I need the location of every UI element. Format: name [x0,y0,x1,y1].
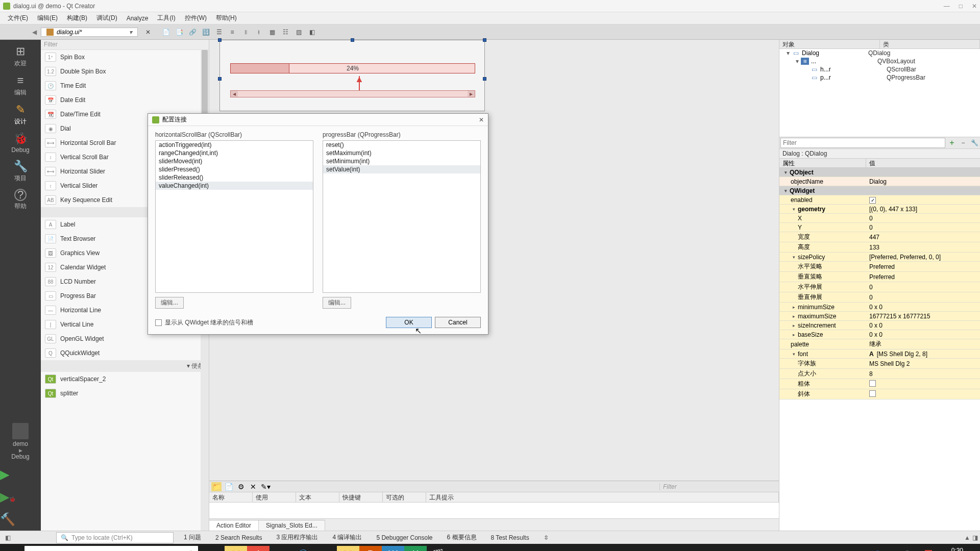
output-debugger[interactable]: 5 Debugger Console [369,534,439,541]
layout-form-icon[interactable]: ☷ [279,26,292,38]
property-row[interactable]: ▸maximumSize16777215 x 16777215 [779,312,980,321]
output-compile[interactable]: 4 编译输出 [325,533,369,542]
property-row[interactable]: 垂直策略Preferred [779,272,980,282]
signal-item[interactable]: valueChanged(int) [156,182,313,190]
menu-widgets[interactable]: 控件(W) [180,14,211,22]
edit-signals-icon[interactable]: 📑 [173,26,186,38]
output-general[interactable]: 6 概要信息 [440,533,484,542]
mode-welcome[interactable]: ⊞欢迎 [0,42,41,71]
edit-widgets-icon[interactable]: 📄 [159,26,173,38]
signal-item[interactable]: sliderMoved(int) [156,157,313,165]
sidebar-right-toggle-icon[interactable]: ◨ [972,534,978,541]
horizontal-scrollbar-widget[interactable]: ◀ ▶ [230,90,475,97]
open-document-selector[interactable]: dialog.ui* ▾ [41,28,138,37]
signal-item[interactable]: sliderReleased() [156,173,313,182]
layout-vert-splitter-icon[interactable]: ⫲ [252,26,265,38]
object-tree-row[interactable]: ▭h...rQScrollBar [779,65,980,73]
property-row[interactable]: 字体族MS Shell Dlg 2 [779,359,980,369]
property-group[interactable]: ▾QWidget [779,186,980,195]
maximize-button[interactable]: □ [959,3,963,10]
menu-build[interactable]: 构建(B) [62,14,92,22]
scroll-left-icon[interactable]: ◀ [231,91,238,97]
layout-horiz-splitter-icon[interactable]: ⫴ [239,26,252,38]
build-button[interactable]: 🔨 [0,508,41,531]
slot-item[interactable]: setMinimum(int) [323,157,480,165]
widget-splitter[interactable]: Qtsplitter [41,386,209,400]
debug-run-button[interactable]: ▶🐞 [0,486,41,508]
menu-tools[interactable]: 工具(I) [153,14,180,22]
property-editor[interactable]: ▾QObjectobjectNameDialog▾QWidgetenabled✓… [779,168,980,531]
prop-header-value[interactable]: 值 [866,159,980,167]
output-app[interactable]: 3 应用程序输出 [269,533,325,542]
property-row[interactable]: 水平伸展0 [779,282,980,292]
widget-double-spin-box[interactable]: 1.2Double Spin Box [41,64,209,79]
menu-help[interactable]: 帮助(H) [211,14,241,22]
adjust-size-icon[interactable]: ◧ [305,26,318,38]
property-row[interactable]: ▸minimumSize0 x 0 [779,303,980,312]
action-icon-3[interactable]: ⚙ [236,482,246,491]
powerpoint-icon[interactable]: P [359,546,382,551]
project-selector[interactable]: demo ▶ Debug [0,420,41,463]
property-row[interactable]: ▾fontA[MS Shell Dlg 2, 8] [779,349,980,359]
object-inspector[interactable]: ▾▭DialogQDialog▾⊞...QVBoxLayout▭h...rQSc… [779,49,980,137]
excel-icon[interactable]: X [404,546,427,551]
nav-back-icon[interactable]: ◀ [0,29,41,36]
layout-vert-icon[interactable]: ≡ [226,26,239,38]
word-icon[interactable]: W [382,546,404,551]
prop-header-name[interactable]: 属性 [779,159,866,167]
menu-analyze[interactable]: Analyze [122,15,153,22]
minimize-button[interactable]: — [944,3,950,10]
action-table-body[interactable] [209,503,779,518]
menu-file[interactable]: 文件(E) [3,14,33,22]
close-button[interactable]: ✕ [972,3,977,10]
slot-item[interactable]: setValue(int) [323,165,480,173]
mode-debug[interactable]: 🐞Debug [0,129,41,157]
slot-item[interactable]: reset() [323,141,480,149]
property-row[interactable]: ▾geometry[(0, 0), 447 x 133] [779,205,980,214]
action-properties-icon[interactable]: ✎▾ [260,482,271,491]
property-row[interactable]: Y0 [779,223,980,232]
close-document-icon[interactable]: ✕ [142,27,154,38]
signal-item[interactable]: rangeChanged(int,int) [156,149,313,157]
mode-design[interactable]: ✎设计 [0,100,41,129]
mode-edit[interactable]: ≡编辑 [0,71,41,100]
tab-signals-slots[interactable]: Signals_Slots Ed... [259,520,325,531]
menu-debug[interactable]: 调试(D) [92,14,122,22]
edit-tab-order-icon[interactable]: 🔢 [199,26,212,38]
property-row[interactable]: 斜体 [779,389,980,399]
cortana-search[interactable]: ○ 在这里输入你要搜索的内容 🎤 [24,546,198,551]
menu-edit[interactable]: 编辑(E) [33,14,62,22]
edit-signals-button[interactable]: 编辑... [155,297,184,309]
locator-input[interactable]: 🔍 Type to locate (Ctrl+K) [56,532,174,543]
remove-property-icon[interactable]: − [958,139,969,146]
property-row[interactable]: enabled✓ [779,195,980,205]
add-property-icon[interactable]: + [946,138,958,147]
property-group[interactable]: ▾QObject [779,168,980,177]
property-row[interactable]: 点大小8 [779,369,980,379]
property-row[interactable]: 粗体 [779,379,980,389]
property-row[interactable]: ▸sizeIncrement0 x 0 [779,321,980,330]
scroll-right-icon[interactable]: ▶ [468,91,475,97]
property-row[interactable]: 水平策略Preferred [779,262,980,272]
edit-slots-button[interactable]: 编辑... [323,297,351,309]
output-more-icon[interactable]: ⇳ [536,534,556,541]
widget-spin-box[interactable]: 1⁺Spin Box [41,50,209,64]
mode-projects[interactable]: 🔧项目 [0,157,41,186]
property-row[interactable]: palette继承 [779,339,980,349]
widget-verticalspacer_2[interactable]: QtverticalSpacer_2 [41,372,209,386]
mode-help[interactable]: ?帮助 [0,186,41,214]
ok-button[interactable]: OK [386,317,432,328]
edit-buddies-icon[interactable]: 🔗 [186,26,199,38]
object-tree-row[interactable]: ▭p...rQProgressBar [779,73,980,82]
start-button[interactable]: ⊞ [0,549,24,552]
output-search[interactable]: 2 Search Results [208,534,269,541]
obj-tree-header-class[interactable]: 类 [880,40,981,48]
media-icon[interactable]: 🎬 [427,546,449,551]
cancel-button[interactable]: Cancel [435,317,481,328]
widget-date-edit[interactable]: 📅Date Edit [41,93,209,107]
property-row[interactable]: ▾sizePolicy[Preferred, Preferred, 0, 0] [779,253,980,262]
edge-icon[interactable]: ⓔ [292,546,314,551]
slot-list[interactable]: reset()setMaximum(int)setMinimum(int)set… [323,140,481,293]
mail-icon[interactable]: ✉ [270,546,292,551]
progressbar-widget[interactable]: 24% [230,63,475,73]
